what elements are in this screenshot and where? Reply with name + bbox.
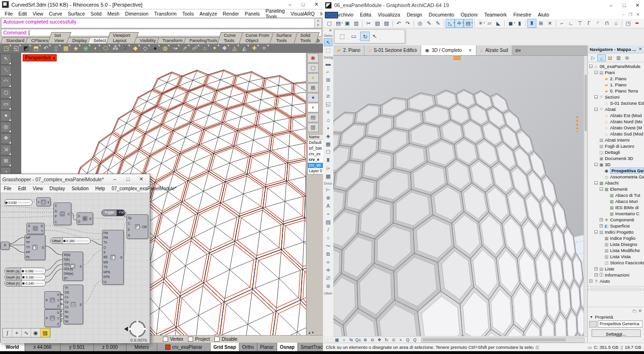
tree-item-documenti-3d[interactable]: ▣Documenti 3D (588, 155, 644, 161)
tree-item-2-piano[interactable]: ▰2. Piano (588, 76, 644, 82)
collapse-icon[interactable]: – (594, 163, 598, 166)
expand-icon[interactable]: + (589, 279, 593, 283)
tree-item-alzati-interni[interactable]: ▤Alzati Interni (588, 137, 644, 143)
toolbar-icon[interactable]: ◭ (239, 44, 249, 52)
tree-item-lista-modifiche[interactable]: ▤Lista Modifiche (588, 247, 644, 253)
tree-item-alzato-est-mod[interactable]: ⌂Alzato Est (Mod (588, 112, 644, 118)
toolbar-icon[interactable]: ⌐ (558, 19, 567, 28)
toolbar-icon[interactable]: ◱ (11, 44, 21, 52)
palette-tool-icon[interactable]: ⬚ (338, 32, 347, 41)
toolbar-icon[interactable]: ▯ (51, 44, 61, 52)
tree-item-indici-progetto[interactable]: –▤Indici Progetto (588, 229, 644, 235)
toolbar-icon[interactable]: ◎ (415, 19, 424, 28)
view-control-icon[interactable]: ⊙ (390, 337, 397, 342)
toolbar-icon[interactable]: ◜ (593, 19, 602, 28)
minimize-icon[interactable]: – (604, 1, 618, 10)
menu-render[interactable]: Render (220, 11, 242, 17)
menu-opzioni[interactable]: Opzioni (458, 12, 481, 17)
tool-icon[interactable]: ▨ (324, 218, 332, 226)
tool-icon[interactable]: ⊞ (0, 156, 11, 167)
tool-icon[interactable]: ≡ (324, 108, 332, 116)
view-control-icon[interactable]: Q (411, 337, 418, 342)
menu-paneling-tools[interactable]: Paneling Tools (263, 8, 288, 19)
current-layer-pane[interactable]: crv_exaPlanar (157, 343, 211, 351)
menu-tools[interactable]: Tools (179, 11, 197, 17)
toolbar-icon[interactable]: ⊓ (602, 19, 611, 28)
menu-mesh[interactable]: Mesh (104, 11, 122, 17)
canvas-tool-icon[interactable]: ∫ (3, 329, 12, 337)
menu-transform[interactable]: Transform (151, 11, 179, 17)
toolbar-icon[interactable]: ❖ (220, 44, 229, 52)
toolbar-tab-viewport-layout[interactable]: Viewport Layout (106, 32, 139, 43)
view-control-icon[interactable]: ▦ (333, 337, 340, 342)
toolbar-icon[interactable]: ✛▾ (455, 19, 464, 28)
layer-row-default[interactable]: Default (308, 140, 323, 146)
tool-icon[interactable]: ◠ (0, 76, 11, 87)
toolbar-icon[interactable]: ✎ (424, 19, 433, 28)
tool-icon[interactable]: ▦ (324, 140, 332, 148)
toolbar-icon[interactable]: ↷ (403, 19, 412, 28)
collapse-icon[interactable]: – (594, 230, 598, 234)
menu-edita[interactable]: Edita (356, 12, 374, 17)
layer-row-srf-bas[interactable]: srf_bas (308, 146, 323, 152)
viewport-title[interactable]: Perspective▾ (23, 54, 57, 61)
tool-icon[interactable]: ⬚ (324, 46, 332, 54)
toolbar-icon[interactable]: ▥ (352, 19, 361, 28)
toolbar-icon[interactable]: ◈ (71, 44, 81, 52)
tree-item-fogli-di-lavoro[interactable]: ▥Fogli di Lavoro (588, 143, 644, 149)
canvas-tool-icon[interactable]: ▨ (41, 329, 50, 337)
canvas-tool-icon[interactable]: ∿ (22, 329, 31, 337)
gh-component[interactable]: ◨FMPMThOSBSMSTSMPSDPSLyS (102, 230, 124, 285)
gh-slider-width-a[interactable]: Width (a)0.086 (4, 268, 46, 274)
menu-analyze[interactable]: Analyze (196, 11, 220, 17)
toolbar-icon[interactable]: ♜ (527, 19, 536, 28)
toolbar-icon[interactable]: ▤▾ (464, 19, 473, 28)
tool-icon[interactable]: ⊜ (324, 282, 332, 290)
tree-item-inventario-c[interactable]: ▦Inventario C (588, 211, 644, 217)
toolbar-icon[interactable]: ◇ (140, 44, 150, 52)
gh-component[interactable]: ✗DOD (76, 212, 93, 225)
palette-tool-icon[interactable]: ▭ (349, 32, 358, 41)
checkbox-vertex[interactable] (163, 337, 168, 342)
toolbar-icon[interactable]: ✂ (364, 19, 373, 28)
menu-visualarq[interactable]: VisualARQ (288, 11, 317, 17)
tool-icon[interactable]: ⬡ (0, 88, 11, 99)
close-icon[interactable]: ✕ (310, 0, 323, 9)
panel-tab-icon[interactable]: ♦ (307, 73, 319, 83)
menu-view[interactable]: View (29, 186, 46, 191)
menu-visualizza[interactable]: Visualizza (374, 12, 403, 17)
gh-component[interactable]: ◫ThOSCxCyCzNxNyNzS (63, 285, 83, 324)
tree-item-dettagli[interactable]: ◲Dettagli (588, 149, 644, 155)
view-control-icon[interactable]: Q (404, 337, 411, 342)
view-control-icon[interactable]: ⇆ (347, 337, 355, 342)
organizer-icon[interactable]: ▷ (589, 54, 597, 61)
palette-tool-icon[interactable]: ↻ (360, 32, 370, 41)
toolbar-icon[interactable]: ↶ (41, 44, 51, 52)
archicad-titlebar[interactable]: 06_exaPanelModule - Graphisoft ArchiCAD-… (323, 0, 644, 10)
tool-icon[interactable]: ♜ (324, 156, 332, 164)
tool-icon[interactable]: ⬠ (324, 148, 332, 156)
view-control-icon[interactable]: ⊕ (362, 337, 369, 342)
gh-component[interactable]: △PXYZ (44, 291, 60, 309)
tree-item-abaco-di-tut[interactable]: ▦Abaco di Tut (588, 192, 644, 198)
menu-dimension[interactable]: Dimension (122, 11, 152, 17)
toolbar-icon[interactable]: ◆ (130, 44, 140, 52)
collapse-icon[interactable]: – (589, 65, 593, 68)
menu-documento[interactable]: Documento (425, 12, 458, 17)
tool-icon[interactable]: ⌯ (324, 258, 332, 266)
toolbar-icon[interactable]: ▢ (325, 19, 334, 28)
tool-icon[interactable]: ⟍ (0, 65, 11, 76)
toolbar-icon[interactable]: ▧ (373, 19, 382, 28)
menu-file[interactable]: File (0, 186, 15, 191)
tool-icon[interactable]: ⌐ (324, 68, 332, 76)
toolbar-icon[interactable]: ⌂ (611, 19, 620, 28)
expand-icon[interactable]: + (600, 224, 603, 228)
tree-item-storico-fascicolo[interactable]: ◳Storico Fascicolo (588, 260, 644, 266)
expand-icon[interactable]: + (594, 273, 598, 277)
tree-item-ies-bimx-di[interactable]: ▦IES BIMx di (588, 204, 644, 211)
toolbar-icon[interactable]: ◉ (81, 44, 91, 52)
tree-item-alzato-sud-mod[interactable]: ⌂Alzato Sud (Mod (588, 131, 644, 137)
gh-slider-value[interactable]: 0.030 (4, 199, 33, 206)
gh-slider-offset[interactable]: Offset0.180 (50, 237, 91, 244)
gh-component[interactable]: ≤xy (36, 197, 51, 206)
